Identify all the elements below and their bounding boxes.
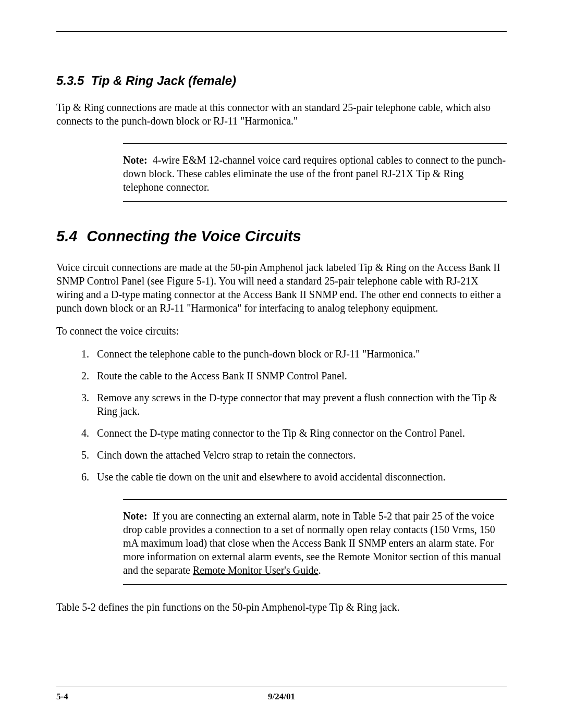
paragraph-1: Tip & Ring connections are made at this … (56, 101, 507, 128)
footer-date: 9/24/01 (268, 692, 295, 702)
footer-page-number: 5-4 (56, 692, 68, 702)
note-block-2: Note: If you are connecting an external … (123, 499, 507, 585)
list-text: Route the cable to the Access Bank II SN… (97, 369, 507, 382)
section-title: Connecting the Voice Circuits (87, 228, 301, 244)
paragraph-3: To connect the voice circuits: (56, 324, 507, 338)
list-item: 5. Cinch down the attached Velcro strap … (81, 448, 507, 462)
note-rule-top (123, 143, 507, 144)
list-text: Connect the D-type mating connector to t… (97, 426, 507, 440)
list-number: 5. (81, 448, 97, 462)
list-item: 3. Remove any screws in the D-type conne… (81, 391, 507, 418)
note-block-1: Note: 4-wire E&M 12-channel voice card r… (123, 143, 507, 202)
note-2-text: Note: If you are connecting an external … (123, 509, 507, 577)
note-rule-bottom (123, 584, 507, 585)
paragraph-4: Table 5-2 defines the pin functions on t… (56, 600, 507, 614)
list-number: 1. (81, 347, 97, 361)
note-rule-top (123, 499, 507, 500)
list-number: 2. (81, 369, 97, 382)
note-1-body: 4-wire E&M 12-channel voice card require… (123, 154, 506, 193)
ordered-list: 1. Connect the telephone cable to the pu… (81, 347, 507, 484)
list-text: Use the cable tie down on the unit and e… (97, 470, 507, 484)
list-item: 1. Connect the telephone cable to the pu… (81, 347, 507, 361)
footer-rule (56, 686, 507, 686)
list-item: 4. Connect the D-type mating connector t… (81, 426, 507, 440)
list-text: Connect the telephone cable to the punch… (97, 347, 507, 361)
note-2-after: . (319, 564, 321, 576)
section-number: 5.4 (56, 228, 77, 244)
list-number: 6. (81, 470, 97, 484)
list-item: 6. Use the cable tie down on the unit an… (81, 470, 507, 484)
list-item: 2. Route the cable to the Access Bank II… (81, 369, 507, 382)
note-1-text: Note: 4-wire E&M 12-channel voice card r… (123, 153, 507, 194)
note-1-label: Note: (123, 154, 148, 166)
paragraph-2: Voice circuit connections are made at th… (56, 261, 507, 315)
subsection-heading: 5.3.5 Tip & Ring Jack (female) (56, 73, 507, 88)
top-rule (56, 31, 507, 32)
list-number: 3. (81, 391, 97, 418)
list-text: Cinch down the attached Velcro strap to … (97, 448, 507, 462)
subsection-title: Tip & Ring Jack (female) (91, 73, 236, 88)
note-rule-bottom (123, 201, 507, 202)
subsection-number: 5.3.5 (56, 73, 84, 88)
note-2-link: Remote Monitor User's Guide (193, 564, 319, 576)
list-number: 4. (81, 426, 97, 440)
list-text: Remove any screws in the D-type connecto… (97, 391, 507, 418)
section-heading: 5.4Connecting the Voice Circuits (56, 228, 507, 245)
footer: 5-4 9/24/01 (56, 686, 507, 702)
note-2-label: Note: (123, 510, 148, 522)
